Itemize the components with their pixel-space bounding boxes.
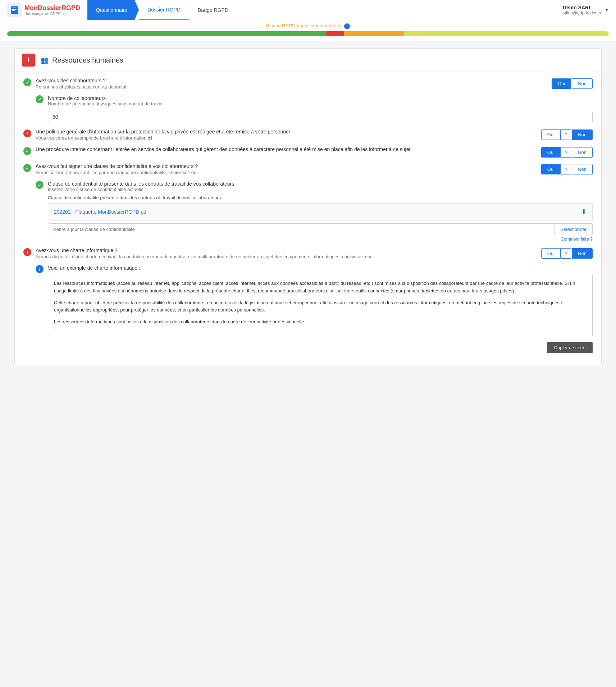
btn-non-q2[interactable]: Non bbox=[572, 129, 593, 140]
tab-questionnaire[interactable]: Questionnaire bbox=[87, 0, 139, 20]
section-title: Ressources humaines bbox=[52, 56, 123, 64]
btn-oui-q1[interactable]: Oui bbox=[552, 78, 571, 89]
tab-badge[interactable]: Badge RGPD bbox=[189, 0, 237, 20]
btn-question-q2[interactable]: ? bbox=[561, 129, 571, 140]
progress-yellow bbox=[344, 31, 404, 36]
status-icon-q5info: i bbox=[36, 265, 44, 273]
check-icon-q4sub: ✓ bbox=[36, 181, 44, 189]
question-text-q3: Une procédure interne concernant l'entré… bbox=[36, 146, 537, 152]
alert-icon-q5: ! bbox=[23, 248, 31, 256]
answer-buttons-q4: Oui ? Non bbox=[541, 164, 593, 174]
sub-question-hint-q4sub: Insérez votre clause de confidentialité … bbox=[48, 187, 593, 192]
check-icon-q1: ✓ bbox=[23, 78, 31, 86]
progress-light bbox=[404, 31, 609, 36]
svg-rect-1 bbox=[11, 6, 18, 14]
sub-question-area-q1: ✓ Nombre de collaborateurs Nombre de per… bbox=[36, 95, 593, 123]
file-area: 202202 - Plaquette MonDossierRGPD.pdf ⬇ bbox=[48, 203, 593, 220]
question-content-q2: Une politique générale d'information sur… bbox=[36, 129, 537, 141]
btn-question-q4[interactable]: ? bbox=[561, 164, 571, 174]
alert-icon-q2: ! bbox=[23, 129, 31, 137]
logo-text: MonDossierRGPD Une marque de GDPRfolder bbox=[24, 4, 80, 16]
logo-main-title: MonDossierRGPD bbox=[24, 4, 80, 12]
question-row-q5: ! Avez-vous une charte informatique ? Si… bbox=[23, 247, 593, 259]
question-row-q4: ✓ Avez-vous fait signer une clause de co… bbox=[23, 163, 593, 175]
charte-text-p3: Les ressources informatiques sont mises … bbox=[54, 318, 587, 326]
question-text-q2: Une politique générale d'information sur… bbox=[36, 129, 537, 135]
section-header: ! 👥 Ressources humaines bbox=[15, 49, 601, 72]
progress-bar bbox=[7, 31, 609, 36]
svg-rect-4 bbox=[12, 10, 15, 11]
sub-question-row-q1sub: ✓ Nombre de collaborateurs Nombre de per… bbox=[36, 95, 593, 123]
sub-question-text-q1sub: Nombre de collaborateurs bbox=[48, 95, 593, 101]
question-content-q5: Avez-vous une charte informatique ? Si v… bbox=[36, 247, 537, 259]
check-icon-q4: ✓ bbox=[23, 164, 31, 172]
question-text-q5: Avez-vous une charte informatique ? bbox=[36, 247, 537, 253]
btn-non-q5[interactable]: Non bbox=[572, 248, 593, 259]
sub-question-row-q4sub: ✓ Clause de confidentialité présente dan… bbox=[36, 181, 593, 242]
status-icon-q5: ! bbox=[23, 248, 31, 256]
btn-oui-q2[interactable]: Oui bbox=[541, 129, 561, 140]
svg-rect-3 bbox=[12, 9, 17, 10]
logo-icon bbox=[7, 3, 22, 17]
download-icon[interactable]: ⬇ bbox=[581, 208, 587, 216]
answer-buttons-q2: Oui ? Non bbox=[541, 129, 593, 140]
update-clause-input[interactable] bbox=[48, 224, 555, 235]
question-content-q1sub: Nombre de collaborateurs Nombre de perso… bbox=[48, 95, 593, 123]
logo-area: MonDossierRGPD Une marque de GDPRfolder bbox=[7, 3, 80, 17]
sub-question-text-q5info: Voici un exemple de charte informatique … bbox=[48, 265, 593, 271]
btn-non-q3[interactable]: Non bbox=[572, 147, 593, 158]
question-row-q1: ✓ Avez-vous des collaborateurs ? Personn… bbox=[23, 78, 593, 90]
update-field-row: Sélectionner bbox=[48, 223, 593, 235]
check-icon-q3: ✓ bbox=[23, 147, 31, 155]
status-icon-q1: ✓ bbox=[23, 78, 31, 86]
question-text-q1: Avez-vous des collaborateurs ? bbox=[36, 78, 547, 83]
question-hint-q5: Si vous disposez d'une charte décrivant … bbox=[36, 254, 537, 259]
btn-non-q1[interactable]: Non bbox=[572, 78, 593, 89]
sub-question-text-q4sub: Clause de confidentialité présente dans … bbox=[48, 181, 593, 187]
collaborateurs-input[interactable] bbox=[48, 111, 593, 123]
question-content-q5info: Voici un exemple de charte informatique … bbox=[48, 265, 593, 353]
nav-tabs: Questionnaire Dossier RGPD Badge RGPD bbox=[87, 0, 563, 20]
status-icon-q3: ✓ bbox=[23, 147, 31, 155]
answer-buttons-q1: Oui Non bbox=[552, 78, 593, 89]
comment-link[interactable]: Comment faire ? bbox=[48, 237, 593, 242]
header: MonDossierRGPD Une marque de GDPRfolder … bbox=[0, 0, 616, 20]
questions-area: ✓ Avez-vous des collaborateurs ? Personn… bbox=[15, 72, 601, 365]
risk-status: partiellement maîtrisé bbox=[297, 23, 341, 28]
hint-link-q2[interactable]: ici bbox=[148, 135, 152, 141]
charte-text-p1: Les ressources informatiques (accès au r… bbox=[54, 280, 587, 295]
question-row-q2: ! Une politique générale d'information s… bbox=[23, 129, 593, 141]
charte-text-block[interactable]: Les ressources informatiques (accès au r… bbox=[48, 274, 593, 336]
info-icon-q5: i bbox=[36, 265, 44, 273]
sub-question-area-q5: i Voici un exemple de charte informatiqu… bbox=[36, 265, 593, 353]
sub-question-row-q5info: i Voici un exemple de charte informatiqu… bbox=[36, 265, 593, 353]
btn-question-q3[interactable]: ? bbox=[561, 147, 571, 158]
user-name: Demo SARL bbox=[563, 5, 602, 10]
btn-oui-q4[interactable]: Oui bbox=[541, 164, 561, 174]
user-area[interactable]: Demo SARL julien@gdprfolder.eu ▼ bbox=[563, 5, 609, 15]
risk-label: Risque RGPD partiellement maîtrisé i bbox=[7, 23, 609, 29]
question-text-q4: Avez-vous fait signer une clause de conf… bbox=[36, 163, 537, 169]
svg-rect-2 bbox=[12, 8, 17, 8]
btn-oui-q3[interactable]: Oui bbox=[541, 147, 561, 158]
btn-non-q4[interactable]: Non bbox=[572, 164, 593, 174]
charte-text-p2: Cette charte a pour objet de préciser la… bbox=[54, 299, 587, 314]
main-content: ! 👥 Ressources humaines ✓ Avez-vous des … bbox=[0, 41, 616, 379]
question-row-q3: ✓ Une procédure interne concernant l'ent… bbox=[23, 146, 593, 158]
sub-question-hint2-q4sub: Clause de confidentialité présente dans … bbox=[48, 195, 593, 200]
question-content-q1: Avez-vous des collaborateurs ? Personnes… bbox=[36, 78, 547, 90]
risk-info-icon[interactable]: i bbox=[344, 23, 350, 29]
question-content-q3: Une procédure interne concernant l'entré… bbox=[36, 146, 537, 153]
select-button[interactable]: Sélectionner bbox=[555, 224, 592, 235]
logo-sub-title: Une marque de GDPRfolder bbox=[24, 12, 80, 16]
user-email: julien@gdprfolder.eu bbox=[563, 10, 602, 15]
copy-button[interactable]: Copier ce texte bbox=[547, 342, 593, 353]
btn-question-q5[interactable]: ? bbox=[561, 248, 571, 259]
section-card: ! 👥 Ressources humaines ✓ Avez-vous des … bbox=[14, 48, 602, 365]
file-link[interactable]: 202202 - Plaquette MonDossierRGPD.pdf bbox=[54, 209, 148, 215]
check-icon-q1sub: ✓ bbox=[36, 95, 44, 103]
tab-dossier[interactable]: Dossier RGPD bbox=[139, 0, 189, 20]
risk-bar-area: Risque RGPD partiellement maîtrisé i bbox=[0, 20, 616, 41]
btn-oui-q5[interactable]: Oui bbox=[541, 248, 561, 259]
chevron-down-icon: ▼ bbox=[604, 8, 609, 13]
